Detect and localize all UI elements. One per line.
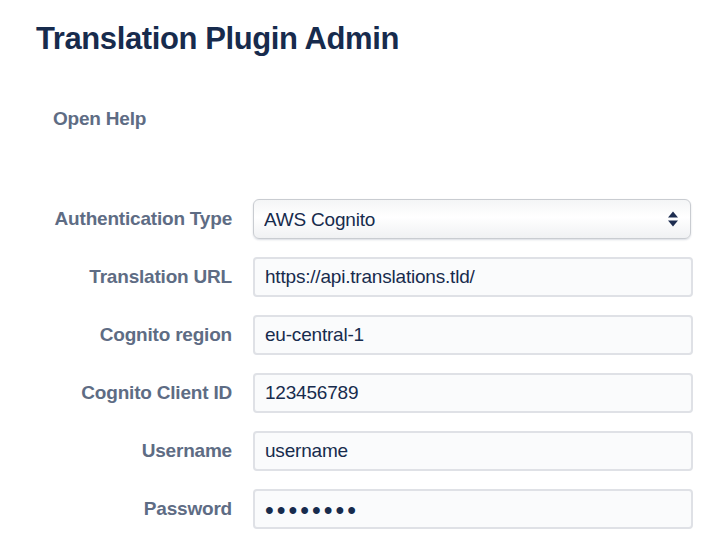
form-row-password: Password bbox=[0, 489, 713, 529]
page-title: Translation Plugin Admin bbox=[36, 21, 713, 57]
cognito-client-id-label: Cognito Client ID bbox=[0, 382, 232, 404]
password-input[interactable] bbox=[253, 489, 693, 529]
translation-plugin-admin-form: Authentication Type AWS Cognito Translat… bbox=[0, 199, 713, 529]
translation-url-input[interactable] bbox=[253, 257, 693, 297]
cognito-region-input[interactable] bbox=[253, 315, 693, 355]
username-label: Username bbox=[0, 440, 232, 462]
help-row: Open Help bbox=[53, 108, 713, 130]
password-label: Password bbox=[0, 498, 232, 520]
form-row-username: Username bbox=[0, 431, 713, 471]
authentication-type-select-wrap: AWS Cognito bbox=[253, 199, 691, 239]
form-row-authentication-type: Authentication Type AWS Cognito bbox=[0, 199, 713, 239]
cognito-region-label: Cognito region bbox=[0, 324, 232, 346]
authentication-type-select[interactable]: AWS Cognito bbox=[253, 199, 691, 239]
translation-url-label: Translation URL bbox=[0, 266, 232, 288]
cognito-client-id-input[interactable] bbox=[253, 373, 693, 413]
form-row-cognito-region: Cognito region bbox=[0, 315, 713, 355]
username-input[interactable] bbox=[253, 431, 693, 471]
form-row-translation-url: Translation URL bbox=[0, 257, 713, 297]
form-row-cognito-client-id: Cognito Client ID bbox=[0, 373, 713, 413]
authentication-type-label: Authentication Type bbox=[0, 208, 232, 230]
open-help-link[interactable]: Open Help bbox=[53, 108, 146, 129]
